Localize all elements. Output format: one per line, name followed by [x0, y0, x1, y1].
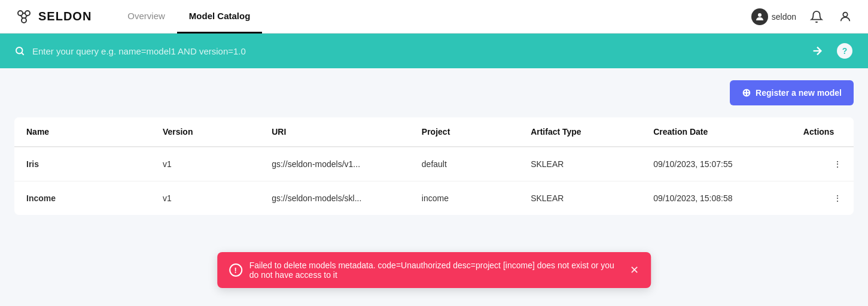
plus-circle-icon: ⊕: [742, 86, 751, 99]
cell-name-1: Income: [14, 181, 151, 216]
header-right: seldon: [751, 8, 854, 25]
notifications-icon[interactable]: [808, 8, 825, 25]
svg-point-1: [25, 11, 30, 16]
cell-artifact-type-0: SKLEAR: [519, 147, 641, 181]
nav-model-catalog[interactable]: Model Catalog: [177, 0, 263, 34]
nav-overview[interactable]: Overview: [115, 0, 177, 34]
col-header-name: Name: [14, 117, 151, 147]
svg-point-8: [16, 47, 23, 54]
col-header-actions: Actions: [791, 117, 854, 147]
search-icon: [14, 46, 25, 56]
cell-uri-1: gs://seldon-models/skl...: [260, 181, 410, 216]
cell-creation-date-0: 09/10/2023, 15:07:55: [641, 147, 791, 181]
cell-name-0: Iris: [14, 147, 151, 181]
search-bar: ?: [0, 34, 868, 68]
cell-actions-1[interactable]: ⋮: [791, 181, 854, 216]
cell-actions-0[interactable]: ⋮: [791, 147, 854, 181]
help-button[interactable]: ?: [836, 42, 854, 60]
model-table: Name Version URI Project Artifact Type C…: [14, 117, 854, 215]
svg-point-6: [758, 13, 762, 17]
search-submit-button[interactable]: [811, 44, 824, 57]
username-label: seldon: [772, 12, 796, 22]
user-avatar-icon: [751, 8, 768, 25]
cell-version-0: v1: [151, 147, 260, 181]
cell-uri-0: gs://seldon-models/v1...: [260, 147, 410, 181]
logo: SELDON: [14, 7, 92, 26]
table-row: Iris v1 gs://seldon-models/v1... default…: [14, 147, 854, 181]
header: SELDON Overview Model Catalog seldon: [0, 0, 868, 34]
register-button-label: Register a new model: [756, 88, 842, 98]
col-header-version: Version: [151, 117, 260, 147]
cell-artifact-type-1: SKLEAR: [519, 181, 641, 216]
account-icon[interactable]: [837, 8, 854, 25]
cell-version-1: v1: [151, 181, 260, 216]
search-input[interactable]: [32, 46, 803, 56]
cell-creation-date-1: 09/10/2023, 15:08:58: [641, 181, 791, 216]
svg-line-4: [21, 16, 23, 19]
svg-line-5: [25, 16, 27, 19]
cell-project-0: default: [410, 147, 519, 181]
toast-message: Failed to delete models metadata. code=U…: [249, 260, 623, 263]
logo-text: SELDON: [38, 10, 92, 23]
svg-point-0: [18, 11, 23, 16]
svg-line-9: [22, 53, 23, 54]
col-header-creation-date: Creation Date: [641, 117, 791, 147]
table-header-row: Name Version URI Project Artifact Type C…: [14, 117, 854, 147]
col-header-project: Project: [410, 117, 519, 147]
register-model-button[interactable]: ⊕ Register a new model: [730, 80, 854, 105]
user-info: seldon: [751, 8, 796, 25]
col-header-uri: URI: [260, 117, 410, 147]
seldon-logo-icon: [14, 7, 33, 26]
table-row: Income v1 gs://seldon-models/skl... inco…: [14, 181, 854, 216]
error-toast: ! Failed to delete models metadata. code…: [217, 252, 651, 263]
main-nav: Overview Model Catalog: [115, 0, 751, 33]
cell-project-1: income: [410, 181, 519, 216]
main-content: ⊕ Register a new model Name Version URI …: [0, 68, 868, 263]
col-header-artifact-type: Artifact Type: [519, 117, 641, 147]
svg-point-7: [843, 12, 847, 16]
toolbar: ⊕ Register a new model: [14, 80, 854, 105]
